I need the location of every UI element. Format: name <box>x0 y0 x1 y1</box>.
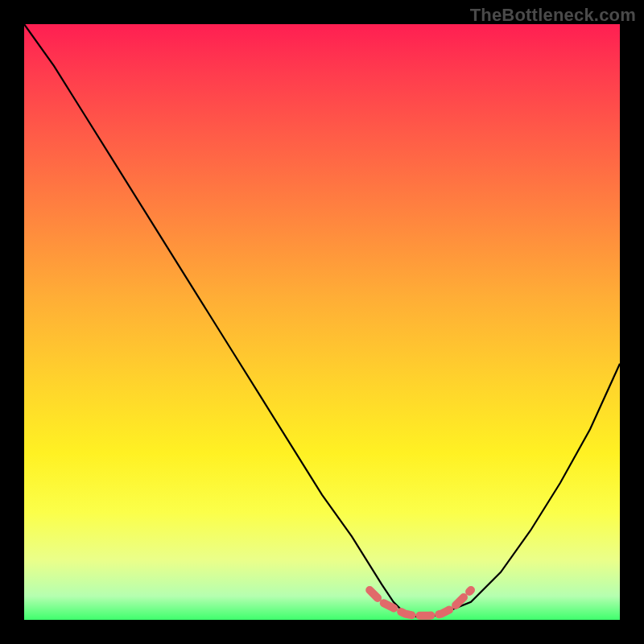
chart-frame: TheBottleneck.com <box>0 0 644 644</box>
bottleneck-curve-path <box>24 24 620 617</box>
watermark-text: TheBottleneck.com <box>470 5 636 26</box>
chart-overlay-svg <box>24 24 620 620</box>
plot-area <box>24 24 620 620</box>
optimal-zone-marker-path <box>369 590 471 616</box>
